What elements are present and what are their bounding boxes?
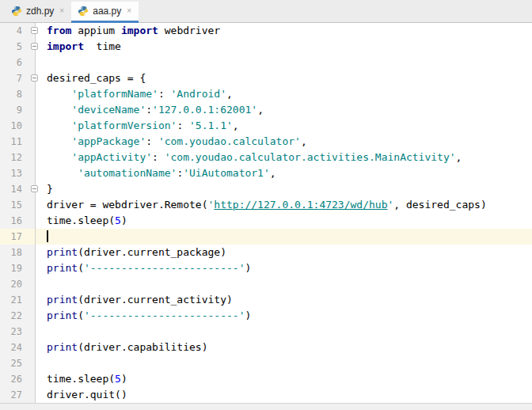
code-line[interactable]: 20 (0, 276, 532, 292)
code-line[interactable]: 12 'appActivity': 'com.youdao.calculator… (0, 150, 532, 165)
line-number[interactable]: 15 (0, 197, 36, 213)
line-number[interactable]: 13 (0, 165, 36, 181)
fold-column (36, 181, 47, 197)
fold-column (36, 118, 47, 134)
code-text: 'automationName':'UiAutomator1', (47, 165, 276, 181)
code-segment: webdriver (158, 23, 220, 39)
fold-marker-icon[interactable] (31, 43, 38, 50)
code-segment: print (47, 340, 78, 355)
fold-column (36, 245, 47, 260)
fold-column (36, 371, 47, 387)
line-number[interactable]: 12 (0, 150, 36, 165)
fold-marker-icon[interactable] (31, 74, 38, 82)
line-number[interactable]: 21 (0, 292, 36, 308)
code-segment: driver = webdriver.Remote( (47, 197, 208, 213)
line-number[interactable]: 8 (0, 86, 36, 102)
fold-column (36, 387, 47, 403)
code-line[interactable]: 18print(driver.current_package) (0, 245, 532, 260)
code-segment: 'appActivity' (71, 150, 152, 165)
line-number[interactable]: 16 (0, 213, 36, 229)
line-number[interactable]: 25 (0, 355, 36, 371)
code-text: print(driver.current_activity) (47, 292, 233, 308)
code-segment: ( (78, 308, 84, 324)
line-number[interactable]: 17 (0, 229, 36, 245)
line-number[interactable]: 20 (0, 276, 36, 292)
code-line[interactable]: 11 'appPackage': 'com.youdao.calculator'… (0, 134, 532, 150)
code-segment: ) (245, 308, 251, 324)
fold-marker-icon[interactable] (31, 27, 38, 34)
code-segment: , (257, 102, 264, 118)
code-segment: time.sleep( (47, 371, 115, 387)
line-number[interactable]: 6 (0, 55, 36, 70)
code-line[interactable]: 4from appium import webdriver (0, 23, 532, 39)
code-line[interactable]: 9 'deviceName':'127.0.0.1:62001', (0, 102, 532, 118)
fold-column (36, 229, 47, 245)
code-line[interactable]: 6 (0, 55, 532, 70)
code-line[interactable]: 5import time (0, 39, 532, 55)
code-line[interactable]: 15driver = webdriver.Remote('http://127.… (0, 197, 532, 213)
code-line[interactable]: 13 'automationName':'UiAutomator1', (0, 165, 532, 181)
code-line[interactable]: 27driver.quit() (0, 387, 532, 403)
code-line[interactable]: 7desired_caps = { (0, 70, 532, 86)
line-number[interactable]: 9 (0, 102, 36, 118)
code-line[interactable]: 8 'platformName': 'Android', (0, 86, 532, 102)
tab-label: zdh.py (26, 6, 54, 17)
fold-column (36, 340, 47, 355)
code-text: desired_caps = { (47, 70, 146, 86)
tab-aaa-py[interactable]: aaa.py × (71, 2, 139, 23)
bottom-strip (0, 403, 532, 410)
tab-zdh-py[interactable]: zdh.py × (5, 2, 71, 23)
code-line[interactable]: 10 'platformVersion': '5.1.1', (0, 118, 532, 134)
code-segment: 'automationName' (78, 165, 177, 181)
code-line[interactable]: 21print(driver.current_activity) (0, 292, 532, 308)
code-line[interactable]: 26time.sleep(5) (0, 371, 532, 387)
fold-column (36, 260, 47, 276)
code-segment: time (84, 39, 121, 55)
code-segment: ) (121, 213, 127, 229)
code-text: print(driver.current_package) (47, 245, 226, 260)
line-number[interactable]: 11 (0, 134, 36, 150)
code-segment: '------------------------' (84, 308, 245, 324)
code-line[interactable]: 25 (0, 355, 532, 371)
code-segment: 'platformName' (71, 86, 158, 102)
code-line[interactable]: 16time.sleep(5) (0, 213, 532, 229)
line-number[interactable]: 22 (0, 308, 36, 324)
code-editor[interactable]: 4from appium import webdriver5import tim… (0, 23, 532, 403)
fold-column (36, 292, 47, 308)
line-number[interactable]: 18 (0, 245, 36, 260)
close-icon[interactable]: × (127, 7, 131, 15)
code-text: 'platformVersion': '5.1.1', (47, 118, 239, 134)
code-line[interactable]: 24print(driver.capabilities) (0, 340, 532, 355)
code-segment: : (146, 134, 158, 150)
python-file-icon (11, 6, 22, 17)
code-line[interactable]: 22print('------------------------') (0, 308, 532, 324)
code-line[interactable]: 23 (0, 324, 532, 340)
fold-column (36, 308, 47, 324)
code-line[interactable]: 19print('------------------------') (0, 260, 532, 276)
line-number[interactable]: 10 (0, 118, 36, 134)
code-segment: } (47, 181, 53, 197)
line-number[interactable]: 26 (0, 371, 36, 387)
fold-column (36, 70, 47, 86)
fold-column (36, 213, 47, 229)
code-segment: import (47, 39, 84, 55)
code-segment: ( (78, 260, 84, 276)
code-segment: ' (208, 197, 215, 213)
fold-column (36, 355, 47, 371)
close-icon[interactable]: × (59, 7, 64, 15)
code-segment: from (47, 23, 71, 39)
code-segment: : (152, 150, 165, 165)
code-text: print(driver.capabilities) (47, 340, 208, 355)
line-number[interactable]: 23 (0, 324, 36, 340)
fold-marker-icon[interactable] (31, 185, 38, 192)
code-segment: , (301, 134, 307, 150)
line-number[interactable]: 19 (0, 260, 36, 276)
code-segment (47, 118, 71, 134)
line-number[interactable]: 24 (0, 340, 36, 355)
text-caret (47, 230, 48, 242)
code-line[interactable]: 17 (0, 229, 532, 245)
code-segment: http://127.0.0.1:4723/wd/hub (214, 197, 387, 213)
code-line[interactable]: 14} (0, 181, 532, 197)
line-number[interactable]: 27 (0, 387, 36, 403)
code-text: time.sleep(5) (47, 213, 127, 229)
